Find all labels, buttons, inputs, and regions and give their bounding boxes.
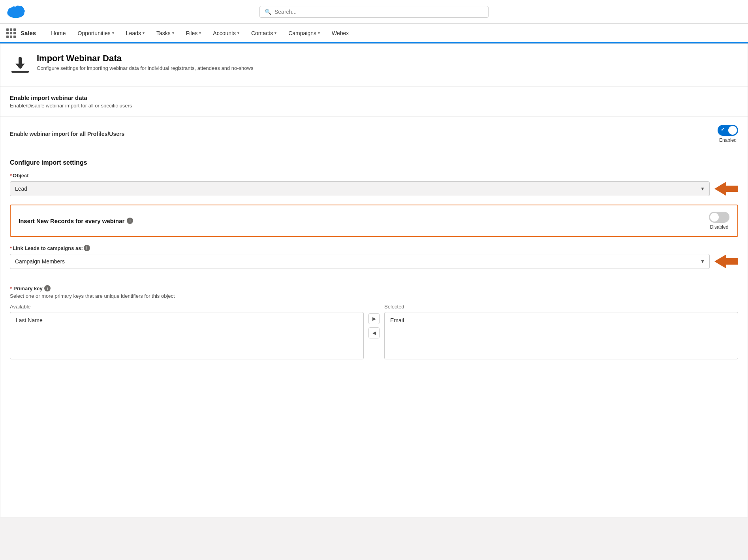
enable-section-title: Enable import webinar data [10,94,738,101]
selected-list-box: Email [384,312,738,359]
app-name: Sales [21,30,36,36]
object-field-group: * Object Lead Contact ▼ [10,173,738,197]
nav-item-accounts[interactable]: Accounts ▾ [207,23,245,43]
list-item[interactable]: Email [388,316,735,325]
toggle-knob [728,126,737,135]
link-leads-info-icon[interactable]: i [84,245,90,251]
svg-rect-10 [11,71,29,73]
object-field-label: * Object [10,173,738,179]
main-content: Import Webinar Data Configure settings f… [0,43,748,517]
chevron-down-icon: ▾ [143,31,145,35]
svg-marker-14 [714,254,738,269]
chevron-down-icon: ▾ [318,31,320,35]
page-title: Import Webinar Data [37,53,253,64]
svg-marker-13 [714,182,738,196]
link-leads-label: * Link Leads to campaigns as: i [10,245,738,251]
required-star: * [10,286,12,291]
dual-list: Available Last Name ▶ ◀ Selected Email [10,304,738,359]
toggle-knob [710,213,719,222]
primary-key-subtitle: Select one or more primary keys that are… [10,293,738,299]
svg-marker-12 [15,64,25,69]
chevron-down-icon: ▾ [237,31,239,35]
insert-records-toggle-container: Disabled [709,212,729,230]
move-right-button[interactable]: ▶ [368,313,380,324]
nav-item-files[interactable]: Files ▾ [180,23,207,43]
primary-key-label: * Primary key i [10,285,738,291]
object-field-row: Lead Contact ▼ [10,181,738,197]
object-select[interactable]: Lead Contact [10,181,710,196]
toggle-status: Enabled [719,137,737,143]
nav-leads-label: Leads [126,30,141,36]
insert-records-row: Insert New Records for every webinar i D… [10,205,738,237]
required-star: * [10,173,12,179]
available-panel: Available Last Name [10,304,364,359]
selected-panel: Selected Email [384,304,738,359]
link-leads-row: Campaign Members Leads Contacts ▼ [10,254,738,269]
nav-item-webex[interactable]: Webex [326,23,354,43]
toggle-row-label: Enable webinar import for all Profiles/U… [10,131,124,137]
nav-item-leads[interactable]: Leads ▾ [120,23,150,43]
required-star: * [10,245,12,251]
nav-files-label: Files [186,30,198,36]
nav-bar: Sales Home Opportunities ▾ Leads ▾ Tasks… [0,24,748,43]
search-bar[interactable]: 🔍 [259,6,489,18]
nav-campaigns-label: Campaigns [288,30,316,36]
insert-records-toggle[interactable] [709,212,729,223]
object-select-wrapper: Lead Contact ▼ [10,181,710,196]
nav-item-opportunities[interactable]: Opportunities ▾ [72,23,120,43]
page-subtitle: Configure settings for importing webinar… [37,65,253,71]
page-title-section: Import Webinar Data Configure settings f… [37,53,253,71]
nav-home-label: Home [51,30,66,36]
insert-records-label: Insert New Records for every webinar i [19,218,133,224]
object-label-text: Object [13,173,28,179]
toggle-row: Enable webinar import for all Profiles/U… [0,117,748,151]
available-list-box: Last Name [10,312,364,359]
nav-item-tasks[interactable]: Tasks ▾ [151,23,180,43]
selected-header: Selected [384,304,738,310]
move-left-button[interactable]: ◀ [368,327,380,338]
nav-webex-label: Webex [332,30,349,36]
chevron-down-icon: ▾ [274,31,276,35]
nav-accounts-label: Accounts [213,30,236,36]
link-leads-field-group: * Link Leads to campaigns as: i Campaign… [10,245,738,269]
app-switcher-button[interactable] [5,27,17,39]
page-header: Import Webinar Data Configure settings f… [0,44,748,86]
check-icon: ✓ [721,127,725,132]
configure-section: Configure import settings * Object Lead … [0,151,748,285]
nav-item-campaigns[interactable]: Campaigns ▾ [283,23,325,43]
link-leads-label-text: Link Leads to campaigns as: [13,245,83,251]
nav-tasks-label: Tasks [156,30,171,36]
nav-items: Home Opportunities ▾ Leads ▾ Tasks ▾ Fil… [45,23,743,43]
link-leads-select[interactable]: Campaign Members Leads Contacts [10,254,710,269]
search-input[interactable] [274,9,483,15]
nav-item-contacts[interactable]: Contacts ▾ [246,23,282,43]
list-arrows: ▶ ◀ [364,304,384,338]
enable-section-subtitle: Enable/Disable webinar import for all or… [10,103,738,109]
nav-opportunities-label: Opportunities [78,30,111,36]
list-item[interactable]: Last Name [13,316,360,325]
configure-title: Configure import settings [10,159,738,166]
enable-section: Enable import webinar data Enable/Disabl… [0,86,748,117]
enable-all-toggle[interactable]: ✓ [718,125,738,136]
primary-key-section: * Primary key i Select one or more prima… [0,285,748,369]
insert-records-info-icon[interactable]: i [127,218,133,224]
chevron-down-icon: ▾ [112,31,114,35]
chevron-down-icon: ▾ [199,31,201,35]
insert-records-status: Disabled [710,224,729,230]
nav-item-home[interactable]: Home [45,23,71,43]
import-icon [10,55,30,78]
primary-key-label-text: Primary key [13,286,43,291]
arrow-indicator-link [714,254,738,269]
grid-icon [6,28,16,38]
arrow-indicator-object [714,181,738,197]
chevron-down-icon: ▾ [172,31,174,35]
nav-contacts-label: Contacts [251,30,273,36]
primary-key-info-icon[interactable]: i [44,285,51,291]
available-header: Available [10,304,364,310]
insert-records-text: Insert New Records for every webinar [19,218,124,224]
sf-cloud-icon [6,5,27,21]
top-bar: 🔍 [0,0,748,24]
search-icon: 🔍 [265,9,271,15]
link-leads-select-wrapper: Campaign Members Leads Contacts ▼ [10,254,710,269]
toggle-container: ✓ Enabled [718,125,738,143]
